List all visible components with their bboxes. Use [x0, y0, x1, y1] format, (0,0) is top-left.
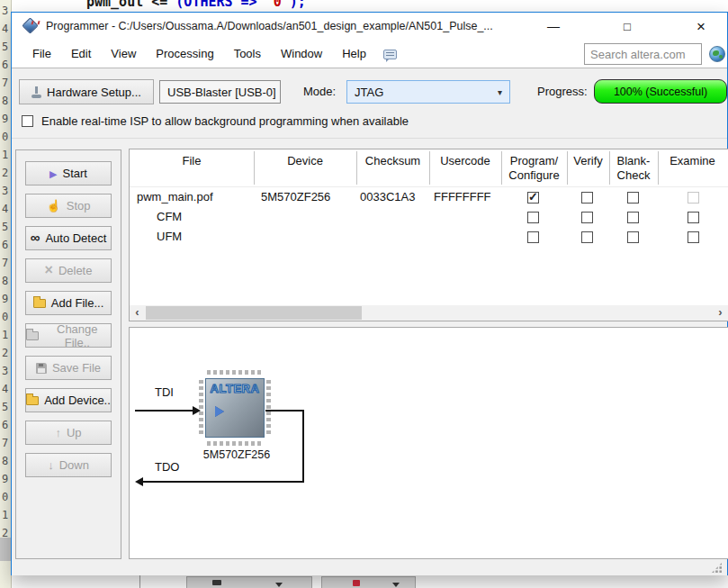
- altera-logo: ALTERA: [206, 382, 264, 395]
- cell-file: pwm_main.pof: [137, 190, 213, 204]
- minimize-button[interactable]: —: [539, 13, 568, 41]
- background-editor-scrollbar: [0, 538, 11, 561]
- col-header-checksum: Checksum: [356, 154, 429, 168]
- close-button[interactable]: ×: [687, 13, 715, 41]
- column-separator: [567, 151, 568, 185]
- column-separator: [609, 151, 610, 185]
- code-seg-literal: '0': [265, 0, 290, 10]
- col-header-verify: Verify: [567, 154, 609, 168]
- program-configure-checkbox[interactable]: [527, 212, 539, 223]
- isp-label: Enable real-time ISP to allow background…: [41, 114, 409, 128]
- blank-check-checkbox[interactable]: [627, 212, 639, 223]
- menu-processing[interactable]: Processing: [146, 41, 223, 68]
- background-app-strip: [13, 575, 728, 588]
- verify-checkbox[interactable]: [581, 212, 593, 223]
- verify-checkbox[interactable]: [581, 192, 593, 204]
- auto-detect-button[interactable]: Auto Detect: [25, 226, 112, 250]
- save-file-button[interactable]: Save File: [25, 356, 112, 380]
- menu-tools[interactable]: Tools: [224, 41, 271, 68]
- menu-view[interactable]: View: [101, 41, 146, 68]
- binoculars-icon: [31, 231, 40, 245]
- red-icon-fragment: [353, 580, 360, 586]
- background-divider: [139, 575, 140, 588]
- file-table-panel: File Device Checksum Usercode Program/ C…: [129, 149, 728, 321]
- mode-label: Mode:: [303, 80, 336, 104]
- stop-icon: [47, 199, 61, 213]
- screen: 3 4 5 6 7 8 9 0 1 2 3 4 5 6 7 8 9 0 1 2 …: [0, 0, 728, 588]
- folder-gray-icon: [26, 331, 39, 340]
- stop-button[interactable]: Stop: [25, 194, 112, 218]
- menu-file[interactable]: File: [22, 41, 61, 68]
- delete-button[interactable]: Delete: [25, 258, 112, 283]
- up-button[interactable]: Up: [25, 421, 112, 445]
- down-label: Down: [59, 458, 89, 472]
- menu-help[interactable]: Help: [332, 41, 376, 68]
- delete-label: Delete: [58, 264, 93, 277]
- chip-device-name: 5M570ZF256: [196, 448, 277, 461]
- code-seg-identifier: pwm_out <=: [86, 0, 175, 10]
- add-device-button[interactable]: Add Device..: [25, 388, 112, 412]
- cell-device: 5M570ZF256: [261, 190, 330, 204]
- cell-usercode: FFFFFFFF: [434, 190, 491, 204]
- cell-checksum: 0033C1A3: [360, 190, 415, 204]
- col-header-blank-check: Blank- Check: [609, 154, 658, 183]
- horizontal-scrollbar[interactable]: ‹ ›: [130, 305, 728, 321]
- tdi-wire: [135, 410, 198, 412]
- scrollbar-thumb[interactable]: [146, 306, 362, 320]
- globe-icon[interactable]: [709, 46, 725, 62]
- blank-check-checkbox[interactable]: [627, 192, 639, 204]
- col-header-usercode: Usercode: [429, 154, 501, 168]
- down-button[interactable]: Down: [25, 453, 112, 477]
- save-file-label: Save File: [52, 361, 101, 375]
- hardware-icon: [31, 86, 41, 98]
- dropdown-arrow-fragment: [392, 583, 400, 587]
- examine-checkbox: [688, 192, 699, 204]
- tdo-wire-top: [265, 410, 304, 412]
- programmer-window: Programmer - C:/Users/Oussama.A/Download…: [11, 12, 728, 575]
- tdi-label: TDI: [155, 385, 174, 399]
- column-separator: [658, 151, 659, 185]
- verify-checkbox[interactable]: [581, 231, 593, 243]
- start-label: Start: [63, 167, 87, 180]
- progress-label: Progress:: [537, 80, 588, 104]
- scroll-left-icon[interactable]: ‹: [130, 305, 145, 321]
- title-bar[interactable]: Programmer - C:/Users/Oussama.A/Download…: [12, 13, 727, 41]
- menu-bar: File Edit View Processing Tools Window H…: [12, 41, 727, 68]
- change-file-button[interactable]: Change File..: [25, 323, 112, 348]
- maximize-button[interactable]: □: [613, 13, 642, 41]
- mode-select[interactable]: JTAG ▾: [346, 80, 510, 104]
- isp-checkbox[interactable]: [22, 115, 33, 127]
- up-arrow-icon: [55, 426, 61, 439]
- examine-checkbox[interactable]: [688, 212, 699, 223]
- examine-checkbox[interactable]: [688, 231, 699, 243]
- resize-grip[interactable]: [711, 562, 723, 574]
- search-input[interactable]: [584, 43, 702, 65]
- col-header-examine: Examine: [658, 154, 727, 168]
- auto-detect-label: Auto Detect: [45, 231, 106, 245]
- column-separator: [356, 151, 357, 185]
- folder-icon: [33, 299, 46, 308]
- chip-pins-bottom: [207, 441, 263, 446]
- hardware-setup-button[interactable]: Hardware Setup...: [19, 79, 154, 104]
- altera-device-chip[interactable]: ALTERA: [205, 378, 265, 438]
- tdo-wire-bottom: [142, 481, 304, 483]
- code-seg-punct: );: [290, 0, 306, 10]
- cell-file: UFM: [157, 230, 182, 243]
- jtag-chain-panel: TDI ALTERA 5M570ZF256 TDO: [129, 327, 728, 559]
- program-configure-checkbox[interactable]: [527, 192, 539, 204]
- menu-window[interactable]: Window: [271, 41, 332, 68]
- feedback-icon[interactable]: [383, 50, 397, 59]
- dropdown-arrow-fragment: [275, 583, 283, 587]
- hardware-setup-label: Hardware Setup...: [47, 86, 141, 99]
- add-file-button[interactable]: Add File...: [25, 291, 112, 315]
- floppy-icon: [36, 363, 47, 374]
- add-device-label: Add Device..: [44, 394, 111, 407]
- cable-display: USB-Blaster [USB-0]: [159, 80, 281, 104]
- binoculars-icon-fragment: [212, 580, 221, 585]
- start-button[interactable]: Start: [25, 161, 112, 185]
- scroll-right-icon[interactable]: ›: [713, 305, 728, 321]
- program-configure-checkbox[interactable]: [527, 231, 539, 243]
- menu-edit[interactable]: Edit: [61, 41, 101, 68]
- toolbar-separator: [12, 138, 727, 139]
- blank-check-checkbox[interactable]: [627, 231, 639, 243]
